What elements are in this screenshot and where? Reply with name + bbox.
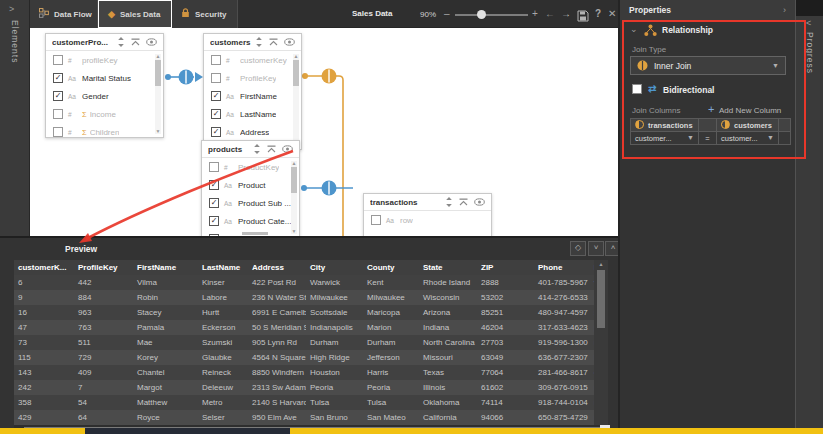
table-cell: North Carolina — [419, 335, 477, 350]
zoom-out-button[interactable]: – — [444, 9, 450, 19]
card-scrollbar[interactable]: ▲▼ — [293, 54, 299, 146]
field-checkbox[interactable] — [209, 162, 219, 172]
table-cell: Texas — [419, 365, 477, 380]
table-cell: 16 — [14, 305, 74, 320]
field-checkbox[interactable]: ✓ — [53, 91, 63, 101]
zoom-slider-track[interactable] — [455, 14, 528, 16]
entity-card-header[interactable]: products — [202, 141, 299, 158]
column-header: County — [363, 260, 419, 275]
sort-fields-icon[interactable] — [445, 197, 453, 207]
collapse-card-icon[interactable] — [267, 145, 276, 153]
elements-rail-label[interactable]: Elements — [10, 20, 20, 63]
preview-eye-icon[interactable] — [474, 198, 485, 206]
entity-field-product[interactable]: ✓AaProduct — [202, 176, 291, 194]
collapse-card-icon[interactable] — [459, 198, 468, 206]
field-checkbox[interactable]: ✓ — [211, 127, 221, 137]
preview-eye-icon[interactable] — [284, 38, 295, 46]
field-checkbox[interactable] — [53, 109, 63, 119]
model-canvas[interactable]: customerPro...#profileKey✓AaMarital Stat… — [30, 28, 618, 236]
field-checkbox[interactable] — [371, 215, 381, 225]
help-button[interactable]: ? — [595, 9, 601, 19]
close-button[interactable]: ✕ — [608, 9, 616, 19]
field-checkbox[interactable]: ✓ — [209, 216, 219, 226]
field-checkbox[interactable]: ✓ — [53, 73, 63, 83]
zoom-slider-thumb[interactable] — [477, 10, 486, 19]
progress-rail-label[interactable]: Progress — [805, 32, 815, 74]
text-type-icon: Aa — [224, 218, 238, 225]
tab-sales-data[interactable]: ◆ Sales Data — [98, 0, 172, 28]
entity-card-customerProfiles[interactable]: customerPro...#profileKey✓AaMarital Stat… — [45, 33, 164, 138]
field-name: Children — [90, 128, 120, 137]
zoom-in-button[interactable]: + — [532, 9, 538, 19]
sort-fields-icon[interactable] — [117, 37, 125, 47]
table-cell: 7 — [74, 380, 133, 395]
field-checkbox[interactable] — [53, 127, 63, 137]
sort-fields-icon[interactable] — [253, 144, 261, 154]
entity-field-children[interactable]: #ΣChildren — [46, 123, 155, 137]
left-column-dropdown[interactable]: customer... ▼ — [631, 132, 699, 145]
entity-card-transactions[interactable]: transactionsAarow — [363, 193, 492, 236]
field-checkbox[interactable]: ✓ — [209, 198, 219, 208]
field-name: Address — [240, 128, 269, 137]
entity-field-profilekey[interactable]: #ProfileKey — [204, 69, 293, 87]
tab-security[interactable]: Security — [172, 0, 238, 28]
chevron-down-icon: ▼ — [772, 62, 779, 69]
table-cell: Milwaukee — [306, 290, 363, 305]
field-checkbox[interactable] — [211, 55, 221, 65]
entity-field-income[interactable]: #ΣIncome — [46, 105, 155, 123]
right-column-dropdown[interactable]: customer... ▼ — [717, 132, 779, 145]
entity-card-customers[interactable]: customers#customerKey#ProfileKey✓AaFirst… — [203, 33, 302, 150]
entity-field-marital-status[interactable]: ✓AaMarital Status — [46, 69, 155, 87]
entity-field-firstname[interactable]: ✓AaFirstName — [204, 87, 293, 105]
entity-field-customerkey[interactable]: #customerKey — [204, 51, 293, 69]
add-new-column-button[interactable]: Add New Column — [719, 106, 781, 115]
preview-eye-icon[interactable] — [282, 145, 293, 153]
preview-eye-icon[interactable] — [146, 38, 157, 46]
preview-vscrollbar[interactable]: ▴ — [594, 260, 608, 429]
collapse-card-icon[interactable] — [131, 38, 140, 46]
arrowhead-icon — [195, 72, 203, 82]
expand-progress-icon[interactable]: < — [806, 18, 811, 28]
entity-card-header[interactable]: customers — [204, 34, 301, 51]
save-icon[interactable] — [577, 8, 589, 26]
chevron-down-icon[interactable]: ⌄ — [630, 24, 638, 34]
popout-icon[interactable]: ◇ — [570, 241, 586, 256]
vscrollbar-thumb[interactable] — [597, 270, 605, 328]
entity-field-product-cate-[interactable]: ✓AaProduct Cate... — [202, 212, 291, 230]
sort-fields-icon[interactable] — [255, 37, 263, 47]
canvas-hscrollbar-thumb[interactable] — [242, 232, 268, 235]
field-checkbox[interactable]: ✓ — [209, 180, 219, 190]
entity-card-header[interactable]: transactions — [364, 194, 491, 211]
scroll-up-icon[interactable]: ▴ — [594, 260, 608, 269]
tab-data-flow[interactable]: Data Flow — [30, 0, 98, 28]
entity-title: customers — [210, 38, 255, 47]
entity-field-product-sub-[interactable]: ✓AaProduct Sub ... — [202, 194, 291, 212]
card-scrollbar[interactable]: ▲▼ — [155, 54, 161, 134]
field-checkbox[interactable] — [211, 73, 221, 83]
entity-field-gender[interactable]: ✓AaGender — [46, 87, 155, 105]
redo-icon[interactable]: → — [561, 9, 571, 19]
expand-elements-icon[interactable]: > — [9, 4, 14, 14]
entity-field-profilekey[interactable]: #profileKey — [46, 51, 155, 69]
entity-card-header[interactable]: customerPro... — [46, 34, 163, 51]
properties-title: Properties — [629, 5, 783, 15]
field-checkbox[interactable] — [53, 55, 63, 65]
bidirectional-checkbox[interactable] — [632, 84, 642, 94]
field-checkbox[interactable]: ✓ — [211, 109, 221, 119]
card-scrollbar[interactable]: ▲▼ — [291, 161, 297, 234]
collapse-card-icon[interactable] — [269, 38, 278, 46]
entity-field-productkey[interactable]: #ProductKey — [202, 158, 291, 176]
entity-field-lastname[interactable]: ✓AaLastName — [204, 105, 293, 123]
table-cell: San Mateo — [363, 410, 419, 425]
entity-field-address[interactable]: ✓AaAddress — [204, 123, 293, 141]
entity-card-products[interactable]: products#ProductKey✓AaProduct✓AaProduct … — [201, 140, 300, 236]
entity-field-row[interactable]: Aarow — [364, 211, 483, 229]
join-type-dropdown[interactable]: Inner Join ▼ — [630, 56, 786, 75]
undo-icon[interactable]: ← — [545, 9, 555, 19]
entity-fields: #ProductKey✓AaProduct✓AaProduct Sub ...✓… — [202, 158, 291, 236]
field-checkbox[interactable]: ✓ — [211, 91, 221, 101]
numeric-type-icon: # — [68, 111, 82, 118]
collapse-properties-icon[interactable]: › — [783, 5, 786, 15]
plus-icon[interactable]: + — [708, 103, 714, 115]
collapse-panel-icon[interactable]: ˅ — [588, 241, 604, 256]
